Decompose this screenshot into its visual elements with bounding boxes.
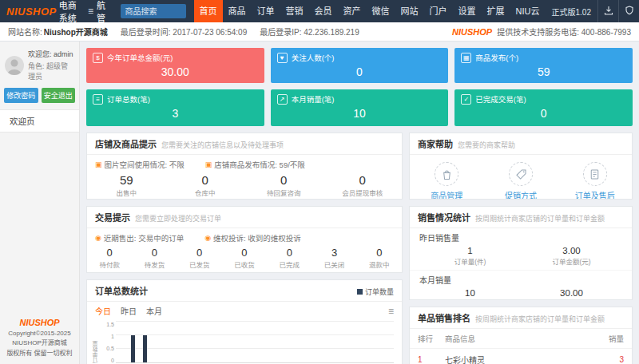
notice-image-space: ▣图片空间使用情况: 不限 xyxy=(95,159,185,170)
col-rank: 排行 xyxy=(418,333,445,344)
nav-item-niu-cloud[interactable]: NIU云 xyxy=(510,0,546,22)
nav-item-website[interactable]: 网站 xyxy=(395,0,424,22)
stat-label: 订单量(件) xyxy=(419,256,521,266)
stat-value: 0 xyxy=(222,247,267,259)
stat-on-sale: 59出售中 xyxy=(87,173,166,197)
search-input[interactable] xyxy=(121,4,186,18)
stat-value: 0 xyxy=(267,247,312,259)
table-row: 1 七彩小精灵 3 xyxy=(410,349,632,364)
help-promotions[interactable]: 促销方式 xyxy=(484,162,558,200)
stat-value: 0 xyxy=(177,247,222,259)
stat-label: 订单金额(元) xyxy=(521,256,622,266)
nav-item-settings[interactable]: 设置 xyxy=(453,0,482,22)
nav-item-portal[interactable]: 门户 xyxy=(424,0,453,22)
panels: 店铺及商品提示 您需要关注的店铺信息以及待处理事项 ▣图片空间使用情况: 不限 … xyxy=(86,133,633,364)
help-label: 订单及售后 xyxy=(575,189,615,200)
sales-section-month: 本月销量 10订单量(件) 30.00订单金额(元) xyxy=(410,270,632,300)
stat-value: 0 xyxy=(87,247,132,259)
stat-label: 订单金额(元) xyxy=(521,299,622,300)
nav-item-extensions[interactable]: 扩展 xyxy=(482,0,510,22)
stat-label: 已完成 xyxy=(267,259,312,269)
trade-notices: ◉近期售出: 交易中的订单 ◉维权投诉: 收到的维权投诉 xyxy=(87,228,402,245)
stat-card-goods-published: ▦商品发布(个) 59 xyxy=(454,48,633,83)
chart-legend: 订单数量 xyxy=(357,287,394,297)
stat-closed: 3已关闭 xyxy=(312,247,356,269)
section-name: 本月销量 xyxy=(419,274,622,286)
panel-trade-tips: 交易提示 您需要立即处理的交易订单 ◉近期售出: 交易中的订单 ◉维权投诉: 收… xyxy=(86,206,403,273)
alert-icon: ◉ xyxy=(204,235,211,242)
right-column: 商家帮助 您需要的商家帮助 商品管理 xyxy=(409,133,633,364)
panel-header: 单品销售排名 按周期统计商家店铺的订单量和订单金额 xyxy=(410,307,632,329)
store-button[interactable] xyxy=(618,0,639,22)
logout-button[interactable]: 安全退出 xyxy=(42,88,76,103)
download-button[interactable] xyxy=(597,0,618,22)
tab-yesterday[interactable]: 昨日 xyxy=(121,305,137,317)
stat-card-value: 0 xyxy=(461,107,626,120)
sales-section-yesterday: 昨日销售量 1订单量(件) 3.00订单金额(元) xyxy=(410,228,632,268)
notice-text: 店铺商品发布情况: 59/不限 xyxy=(214,159,305,170)
stat-order-count: 1订单量(件) xyxy=(419,246,521,266)
shop-notices: ▣图片空间使用情况: 不限 ▣店铺商品发布情况: 59/不限 xyxy=(87,155,402,172)
panel-subtitle: 您需要立即处理的交易订单 xyxy=(135,213,221,224)
stat-value: 0 xyxy=(244,173,323,187)
col-sales: 销量 xyxy=(600,333,624,344)
panel-title: 商家帮助 xyxy=(418,137,453,150)
version-label: 正式版1.02 xyxy=(546,6,597,18)
nav-item-members[interactable]: 会员 xyxy=(309,0,338,22)
stat-order-amount: 3.00订单金额(元) xyxy=(521,246,622,266)
help-orders-aftersale[interactable]: 订单及售后 xyxy=(558,162,632,200)
chart-toolbar: 今日 昨日 本月 ≡ xyxy=(87,302,402,318)
help-goods-management[interactable]: 商品管理 xyxy=(410,162,484,200)
sidebar-item-welcome[interactable]: 欢迎页 xyxy=(0,109,79,133)
stat-card-label: 关注人数(个) xyxy=(292,52,335,63)
panel-header: 订单总数统计 订单数量 xyxy=(87,280,402,302)
site-name-label: 网站名称: xyxy=(8,26,42,38)
tab-today[interactable]: 今日 xyxy=(95,305,111,317)
panel-header: 商家帮助 您需要的商家帮助 xyxy=(410,133,632,155)
box-icon: ▣ xyxy=(205,161,212,168)
user-role: 角色: 超级管理员 xyxy=(28,61,74,81)
nav-item-assets[interactable]: 资产 xyxy=(338,0,367,22)
topbar-right: 正式版1.02 xyxy=(546,0,639,22)
stat-value: 0 xyxy=(323,173,403,187)
chart-menu-icon[interactable]: ≡ xyxy=(388,307,394,316)
stat-label: 退款中 xyxy=(357,259,402,269)
notice-text: 图片空间使用情况: 不限 xyxy=(105,159,185,170)
nav-item-home[interactable]: 首页 xyxy=(194,0,223,22)
legend-swatch xyxy=(357,289,363,295)
copyright-line-1: Copyright©2015-2025 xyxy=(0,329,79,339)
stat-completed: 0已完成 xyxy=(267,247,312,269)
nav-item-wechat[interactable]: 微信 xyxy=(367,0,395,22)
copyright-line-3: 版权所有 保留一切权利 xyxy=(0,349,79,359)
stat-awaiting-payment: 0待付款 xyxy=(87,247,132,269)
stat-value: 3.00 xyxy=(521,246,622,255)
help-items: 商品管理 促销方式 订单及售后 xyxy=(410,155,632,200)
sales-icon: ↗ xyxy=(277,94,288,105)
legend-label: 订单数量 xyxy=(365,287,394,297)
notice-text: 维权投诉: 收到的维权投诉 xyxy=(213,232,301,243)
site-name-item: 网站名称: Niushop开源商城 xyxy=(8,26,108,38)
stat-card-label: 订单总数(笔) xyxy=(107,93,150,105)
chart-plot xyxy=(116,322,394,363)
bag-icon xyxy=(435,162,458,186)
support-info: NIUSHOP 提供技术支持服务电话: 400-886-7993 xyxy=(452,26,631,38)
sales-value: 3 xyxy=(600,355,624,364)
stat-value: 0 xyxy=(357,247,402,259)
nav-item-goods[interactable]: 商品 xyxy=(223,0,252,22)
stat-value: 0 xyxy=(166,173,245,187)
nav-item-marketing[interactable]: 营销 xyxy=(280,0,309,22)
stat-card-value: 3 xyxy=(93,107,258,120)
change-password-button[interactable]: 修改密码 xyxy=(4,88,38,103)
tab-this-month[interactable]: 本月 xyxy=(146,305,162,317)
notice-text: 近期售出: 交易中的订单 xyxy=(104,232,184,243)
stat-card-followers: ♥关注人数(个) 0 xyxy=(271,48,449,83)
notice-goods-publish: ▣店铺商品发布情况: 59/不限 xyxy=(205,159,305,170)
stat-value: 30.00 xyxy=(521,288,622,298)
section-name: 昨日销售量 xyxy=(419,231,622,243)
chart-area: 订单数量 1.510.50 xyxy=(87,318,402,363)
trade-stats: 0待付款 0待发货 0已发货 0已收货 0已完成 3已关闭 0退款中 xyxy=(87,245,402,269)
help-label: 商品管理 xyxy=(431,189,462,200)
nav-item-orders[interactable]: 订单 xyxy=(252,0,280,22)
panel-header: 销售情况统计 按周期统计商家店铺的订单量和订单金额 xyxy=(410,207,632,228)
tag-icon xyxy=(509,162,533,186)
